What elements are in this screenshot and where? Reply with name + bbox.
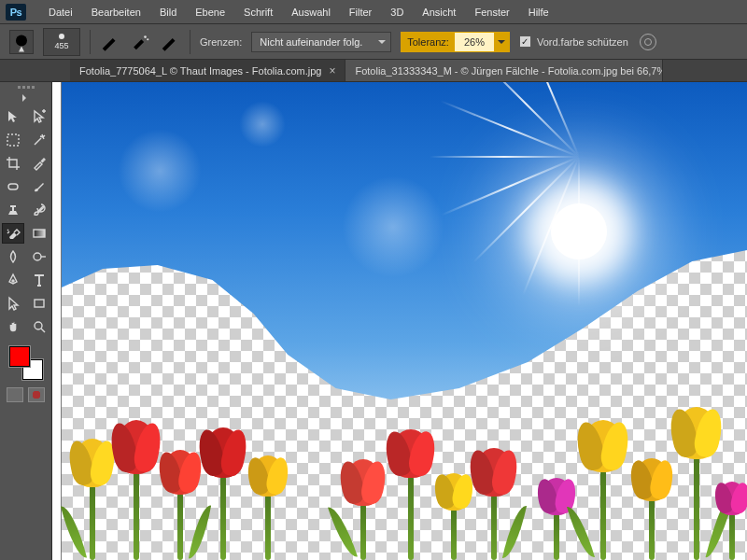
svg-point-1 xyxy=(144,35,147,38)
crop-tool[interactable] xyxy=(2,153,24,174)
edit-mode-row xyxy=(7,387,45,402)
standard-mode-button[interactable] xyxy=(7,387,23,402)
svg-point-2 xyxy=(147,38,148,40)
svg-rect-10 xyxy=(35,300,44,307)
panel-collapse-toggle[interactable] xyxy=(7,93,45,103)
color-swatches[interactable] xyxy=(7,346,45,382)
brush-preset-picker[interactable]: 455 xyxy=(43,28,80,56)
document-tab-label: Fotolia_31333343_M - © Jürgen Fälchle - … xyxy=(355,65,663,77)
svg-rect-7 xyxy=(34,230,45,237)
document-tab[interactable]: Fotolia_7775064_L © Thaut Images - Fotol… xyxy=(70,60,345,81)
artboard-tool[interactable] xyxy=(28,106,50,127)
document-canvas[interactable] xyxy=(62,82,747,560)
background-eraser-tool[interactable] xyxy=(2,223,24,244)
separator xyxy=(190,30,190,54)
toleranz-value: 26% xyxy=(455,33,494,51)
pen-tool[interactable] xyxy=(2,270,24,290)
menu-ebene[interactable]: Ebene xyxy=(186,0,234,23)
magic-wand-tool[interactable] xyxy=(28,130,50,150)
brush-dot-icon xyxy=(59,34,64,39)
canvas-area[interactable] xyxy=(52,82,747,560)
healing-brush-tool[interactable] xyxy=(2,176,24,197)
eyedropper-tool[interactable] xyxy=(28,153,50,174)
app-logo: Ps xyxy=(6,4,26,21)
menu-fenster[interactable]: Fenster xyxy=(465,0,518,23)
options-bar: 455 Grenzen: Nicht aufeinander folg. Tol… xyxy=(0,24,747,60)
brush-tool[interactable] xyxy=(28,176,50,197)
tool-grid xyxy=(2,106,50,337)
tool-preset-picker[interactable] xyxy=(9,30,34,54)
svg-point-11 xyxy=(35,322,42,329)
toleranz-field[interactable]: Toleranz: 26% xyxy=(401,32,510,52)
protect-fg-option[interactable]: ✓ Vord.farbe schützen xyxy=(519,35,628,48)
panel-grip[interactable] xyxy=(7,86,45,91)
pen-pressure-icon xyxy=(100,32,120,52)
grenzen-label: Grenzen: xyxy=(200,36,242,48)
clone-stamp-tool[interactable] xyxy=(2,200,24,220)
lens-flare xyxy=(118,129,202,213)
menu-bearbeiten[interactable]: Bearbeiten xyxy=(82,0,150,23)
toleranz-label: Toleranz: xyxy=(402,33,455,51)
marquee-tool[interactable] xyxy=(2,130,24,150)
menu-datei[interactable]: Datei xyxy=(39,0,82,23)
path-selection-tool[interactable] xyxy=(2,293,24,314)
background-eraser-icon xyxy=(10,31,33,53)
type-tool[interactable] xyxy=(28,270,50,290)
menu-auswahl[interactable]: Auswahl xyxy=(282,0,340,23)
lens-flare xyxy=(239,101,286,147)
document-tab[interactable]: Fotolia_31333343_M - © Jürgen Fälchle - … xyxy=(345,60,663,81)
svg-point-9 xyxy=(12,280,14,282)
move-tool[interactable] xyxy=(2,106,24,127)
airbrush-toggle[interactable] xyxy=(130,32,150,52)
menu-3d[interactable]: 3D xyxy=(381,0,413,23)
gradient-tool[interactable] xyxy=(28,223,50,244)
menu-bild[interactable]: Bild xyxy=(150,0,186,23)
close-icon[interactable]: × xyxy=(329,64,335,77)
foreground-swatch[interactable] xyxy=(9,346,30,367)
workspace xyxy=(0,82,747,560)
history-brush-tool[interactable] xyxy=(28,200,50,220)
zoom-tool[interactable] xyxy=(28,316,50,337)
grenzen-value: Nicht aufeinander folg. xyxy=(260,36,362,48)
menu-hilfe[interactable]: Hilfe xyxy=(519,0,558,23)
menu-filter[interactable]: Filter xyxy=(340,0,381,23)
quickmask-mode-button[interactable] xyxy=(28,387,45,402)
pen-opacity-icon xyxy=(160,32,180,52)
menu-ansicht[interactable]: Ansicht xyxy=(413,0,465,23)
protect-fg-checkbox[interactable]: ✓ xyxy=(519,35,531,48)
document-tab-label: Fotolia_7775064_L © Thaut Images - Fotol… xyxy=(79,65,321,77)
pressure-size-toggle[interactable] xyxy=(100,32,120,52)
svg-point-8 xyxy=(34,253,41,260)
toleranz-dropdown-icon[interactable] xyxy=(494,33,509,51)
tools-panel xyxy=(0,82,52,560)
tablet-pressure-button[interactable] xyxy=(638,32,658,52)
rectangle-tool[interactable] xyxy=(28,293,50,314)
lens-flare xyxy=(342,175,444,278)
hand-tool[interactable] xyxy=(2,316,24,337)
target-icon xyxy=(640,34,656,50)
protect-fg-label: Vord.farbe schützen xyxy=(537,36,628,48)
pressure-opacity-toggle[interactable] xyxy=(160,32,180,52)
vertical-ruler[interactable] xyxy=(52,82,62,560)
blur-tool[interactable] xyxy=(2,246,24,267)
svg-rect-6 xyxy=(10,205,16,207)
separator xyxy=(90,30,91,54)
svg-point-0 xyxy=(16,35,27,46)
flowers-layer xyxy=(62,415,747,560)
menu-bar: Ps Datei Bearbeiten Bild Ebene Schrift A… xyxy=(0,0,747,24)
brush-size-value: 455 xyxy=(54,41,68,50)
airbrush-icon xyxy=(130,32,150,52)
document-tabs: Fotolia_7775064_L © Thaut Images - Fotol… xyxy=(0,60,747,82)
svg-rect-3 xyxy=(7,134,19,146)
dodge-tool[interactable] xyxy=(28,246,50,267)
menu-schrift[interactable]: Schrift xyxy=(234,0,282,23)
grenzen-dropdown[interactable]: Nicht aufeinander folg. xyxy=(251,32,391,52)
